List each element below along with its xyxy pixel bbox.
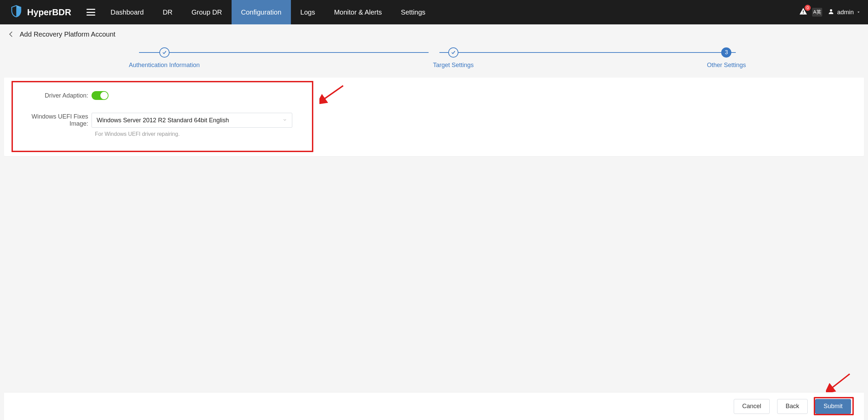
notification-count-badge: 0 <box>805 5 811 11</box>
svg-line-6 <box>831 374 850 389</box>
user-menu[interactable]: admin <box>828 8 861 17</box>
svg-rect-3 <box>803 13 804 14</box>
step-target-settings: Target Settings <box>433 47 474 69</box>
user-name: admin <box>837 9 854 16</box>
chevron-down-icon <box>282 117 287 124</box>
svg-point-4 <box>830 9 832 12</box>
page-title: Add Recovery Platform Account <box>20 30 115 38</box>
step-label-3: Other Settings <box>707 62 746 69</box>
top-navbar: HyperBDR Dashboard DR Group DR Configura… <box>0 0 868 24</box>
step-other-settings: 3 Other Settings <box>707 47 746 69</box>
svg-point-0 <box>17 6 18 7</box>
step-authentication-information: Authentication Information <box>129 47 200 69</box>
step-label-2: Target Settings <box>433 62 474 69</box>
caret-down-icon <box>856 9 861 16</box>
back-step-button[interactable]: Back <box>777 399 808 414</box>
svg-rect-2 <box>803 10 804 12</box>
step-circle-3: 3 <box>721 47 731 58</box>
hamburger-menu-button[interactable] <box>81 0 101 24</box>
driver-adaption-label: Driver Adaption: <box>14 92 92 99</box>
footer-actions: Cancel Back Submit <box>4 392 864 420</box>
page-subheader: Add Recovery Platform Account <box>0 24 868 44</box>
annotation-arrow-submit <box>826 372 853 392</box>
nav-item-settings[interactable]: Settings <box>391 0 435 24</box>
brand: HyperBDR <box>0 0 81 24</box>
nav-item-group-dr[interactable]: Group DR <box>182 0 232 24</box>
form-card: Driver Adaption: Windows UEFI Fixes Imag… <box>4 78 864 156</box>
hamburger-icon <box>86 9 95 16</box>
nav-item-monitor-alerts[interactable]: Monitor & Alerts <box>324 0 391 24</box>
step-label-1: Authentication Information <box>129 62 200 69</box>
uefi-image-select[interactable]: Windows Server 2012 R2 Standard 64bit En… <box>92 113 292 128</box>
svg-point-1 <box>19 7 20 8</box>
steps-progress: Authentication Information Target Settin… <box>0 44 868 78</box>
nav-item-configuration[interactable]: Configuration <box>232 0 291 24</box>
main-nav: Dashboard DR Group DR Configuration Logs… <box>101 0 435 24</box>
back-button[interactable] <box>7 30 15 38</box>
driver-adaption-toggle[interactable] <box>92 91 108 100</box>
cancel-button[interactable]: Cancel <box>734 399 770 414</box>
uefi-image-help-text: For Windows UEFI driver repairing. <box>95 131 854 137</box>
form-row-uefi-image: Windows UEFI Fixes Image: Windows Server… <box>14 113 854 128</box>
submit-button[interactable]: Submit <box>815 399 851 414</box>
step-circle-2 <box>448 47 458 58</box>
topbar-right: 0 A英 admin <box>797 0 868 24</box>
uefi-image-label: Windows UEFI Fixes Image: <box>14 113 92 127</box>
notifications-button[interactable]: 0 <box>797 6 809 18</box>
nav-item-logs[interactable]: Logs <box>291 0 324 24</box>
user-icon <box>828 8 834 17</box>
nav-item-dashboard[interactable]: Dashboard <box>101 0 153 24</box>
form-row-driver-adaption: Driver Adaption: <box>14 91 854 100</box>
uefi-image-value: Windows Server 2012 R2 Standard 64bit En… <box>97 117 229 124</box>
step-circle-1 <box>159 47 170 58</box>
brand-name: HyperBDR <box>27 7 71 18</box>
nav-item-dr[interactable]: DR <box>153 0 182 24</box>
brand-shield-icon <box>9 4 23 20</box>
locale-toggle[interactable]: A英 <box>812 8 822 17</box>
